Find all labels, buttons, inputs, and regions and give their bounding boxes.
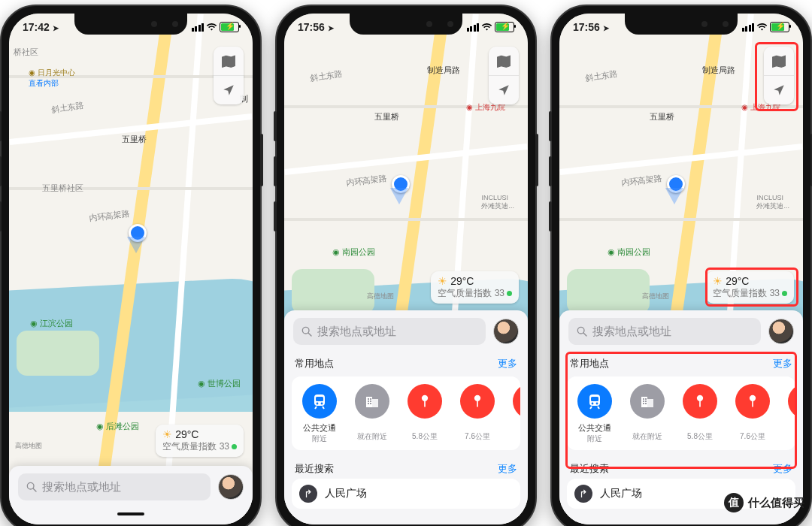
svg-line-1 — [33, 488, 36, 491]
favorite-item[interactable]: 公共交通 附近 — [573, 384, 617, 444]
svg-line-23 — [583, 333, 586, 336]
favorite-subtitle: 5.8公里 — [403, 431, 447, 442]
pin-icon — [513, 384, 520, 419]
temperature: 29°C — [450, 275, 474, 287]
clock: 17:42 ➤ — [23, 21, 59, 33]
search-input[interactable]: 搜索地点或地址 — [568, 318, 761, 345]
weather-icon: ☀ — [162, 428, 172, 440]
notch — [350, 14, 462, 35]
map-poi[interactable]: INCLUSI 外滩英迪... — [756, 194, 789, 211]
clock: 17:56 ➤ — [298, 21, 334, 33]
recent-title: 最近搜索 — [295, 462, 334, 476]
locate-button[interactable] — [214, 75, 244, 104]
avatar[interactable] — [218, 474, 244, 500]
map-poi[interactable]: INCLUSI 外滩英迪... — [481, 194, 514, 211]
transit-icon — [577, 384, 612, 419]
svg-rect-33 — [645, 401, 647, 402]
avatar[interactable] — [493, 319, 519, 344]
favorite-item[interactable]: 就在附近 — [350, 384, 394, 444]
locate-button[interactable] — [764, 75, 794, 104]
favorite-item[interactable]: 7.6公里 — [456, 384, 499, 444]
weather-pill[interactable]: ☀ 29°C 空气质量指数 33 — [706, 271, 794, 304]
road-label: 斜土东路 — [50, 100, 85, 116]
svg-rect-32 — [643, 401, 644, 402]
avatar[interactable] — [768, 319, 794, 344]
home-indicator — [117, 512, 144, 515]
svg-rect-29 — [647, 399, 653, 407]
svg-line-3 — [308, 333, 311, 336]
favorites-row[interactable]: 公共交通 附近 就在附近 5.8公里 7.6公里 8 — [292, 376, 520, 450]
map-mode-button[interactable] — [214, 47, 244, 75]
phone-frame: 17:56 ➤ ⚡ 五里桥 斜土东路 制造局路 ◉ 上海九院 内环高架路 ◉ 南… — [275, 5, 537, 526]
map-poi[interactable]: ◉ 日月光中心直看内部 — [29, 68, 75, 89]
svg-rect-25 — [591, 397, 598, 401]
map-mode-button[interactable] — [489, 47, 519, 75]
heading-beam — [390, 188, 408, 204]
svg-point-36 — [697, 395, 703, 401]
weather-pill[interactable]: ☀ 29°C 空气质量指数 33 — [431, 271, 519, 304]
watermark: 值 什么值得买 — [724, 493, 804, 512]
road-label: 斜土东路 — [309, 68, 344, 84]
svg-rect-34 — [643, 403, 644, 404]
road-label: 内环高架路 — [345, 173, 387, 189]
favorites-title: 常用地点 — [295, 357, 334, 370]
map-mode-button[interactable] — [764, 47, 794, 75]
temperature: 29°C — [726, 275, 749, 287]
cell-signal-icon — [467, 23, 480, 32]
svg-rect-37 — [699, 401, 701, 407]
favorite-title — [731, 422, 774, 431]
svg-point-6 — [317, 403, 319, 405]
svg-point-26 — [592, 403, 594, 405]
recent-title: 最近搜索 — [570, 462, 609, 476]
favorite-item[interactable]: 5.8公里 — [678, 384, 722, 444]
svg-point-38 — [750, 395, 756, 401]
search-placeholder: 搜索地点或地址 — [317, 325, 396, 339]
road-label: 内环高架路 — [88, 208, 130, 225]
bottom-sheet[interactable]: 搜索地点或地址 常用地点 更多 公共交通 附近 就在附近 5.8公里 — [284, 310, 528, 524]
aqi-dot — [507, 291, 512, 296]
search-input[interactable]: 搜索地点或地址 — [293, 318, 486, 345]
favorites-more-link[interactable]: 更多 — [773, 357, 792, 370]
favorites-row[interactable]: 公共交通 附近 就在附近 5.8公里 7.6公里 8 — [567, 376, 795, 450]
search-input[interactable]: 搜索地点或地址 — [18, 473, 211, 500]
favorites-header: 常用地点 更多 — [284, 352, 528, 373]
recent-more-link[interactable]: 更多 — [773, 462, 792, 476]
favorite-item[interactable]: 7.6公里 — [731, 384, 774, 444]
weather-pill[interactable]: ☀ 29°C 空气质量指数 33 — [156, 425, 244, 458]
road — [284, 144, 527, 175]
svg-rect-30 — [643, 398, 644, 400]
favorite-item[interactable]: 8 — [508, 384, 520, 444]
park-area — [17, 331, 99, 376]
park-area — [292, 269, 374, 314]
bottom-sheet[interactable]: 搜索地点或地址 — [9, 466, 253, 524]
pin-icon — [408, 384, 442, 419]
recent-item[interactable]: ↱ 人民广场 — [292, 479, 520, 509]
recent-header: 最近搜索 更多 — [284, 458, 528, 479]
park-label: ◉ 后滩公园 — [96, 421, 139, 432]
search-placeholder: 搜索地点或地址 — [592, 325, 671, 339]
recent-more-link[interactable]: 更多 — [498, 462, 517, 476]
building-icon — [630, 384, 665, 419]
svg-rect-12 — [368, 401, 369, 402]
search-icon — [26, 481, 38, 493]
cell-signal-icon — [742, 23, 755, 32]
park-label: ◉ 世博公园 — [198, 378, 241, 389]
svg-rect-17 — [424, 401, 426, 407]
favorite-subtitle: 附近 — [298, 434, 341, 444]
favorite-item[interactable]: 5.8公里 — [403, 384, 447, 444]
screen: 17:56 ➤ ⚡ 五里桥 斜土东路 制造局路 ◉ 上海九院 内环高架路 ◉ 南… — [559, 14, 803, 524]
recent-header: 最近搜索 更多 — [559, 458, 803, 479]
favorite-item[interactable]: 就在附近 — [626, 384, 669, 444]
favorite-item[interactable]: 8 — [783, 384, 795, 444]
locate-button[interactable] — [489, 75, 519, 104]
road — [284, 218, 528, 221]
map-toolbox — [489, 47, 519, 104]
svg-rect-9 — [372, 399, 378, 407]
weather-icon: ☀ — [713, 275, 723, 287]
favorite-subtitle: 7.6公里 — [456, 431, 499, 442]
favorites-more-link[interactable]: 更多 — [498, 357, 517, 370]
favorite-item[interactable]: 公共交通 附近 — [298, 384, 341, 444]
aqi-dot — [232, 444, 237, 449]
pin-icon — [460, 384, 495, 419]
park-label: ◉ 南园公园 — [332, 246, 375, 258]
